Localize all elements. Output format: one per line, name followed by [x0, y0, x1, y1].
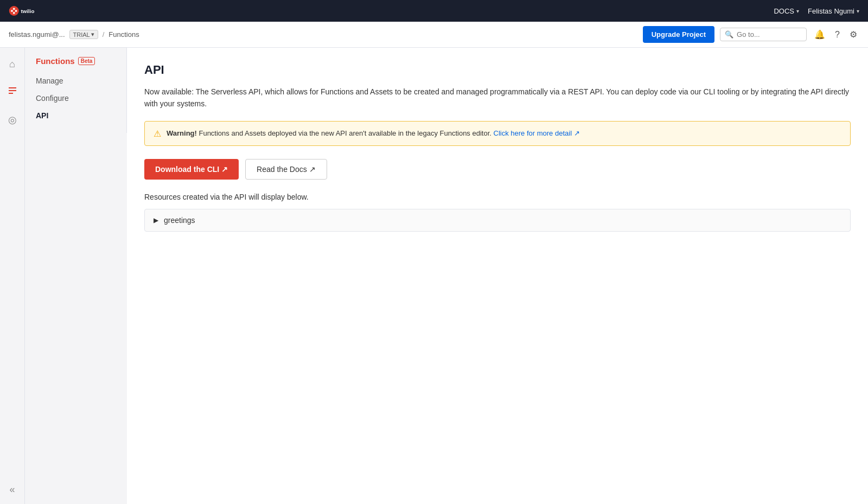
- top-nav-left: twilio: [9, 5, 41, 16]
- settings-icon: ⚙: [850, 30, 857, 39]
- help-icon: ?: [835, 30, 840, 39]
- warning-link[interactable]: Click here for more detail ↗: [494, 129, 580, 137]
- svg-text:twilio: twilio: [21, 8, 35, 14]
- circle-icon: ◎: [8, 114, 17, 125]
- breadcrumb-functions: Functions: [108, 30, 139, 39]
- home-icon: ⌂: [9, 59, 15, 69]
- warning-icon: ⚠: [154, 129, 161, 139]
- sidebar-item-configure[interactable]: Configure: [25, 90, 126, 107]
- warning-bold: Warning!: [167, 129, 197, 137]
- icon-sidebar-bottom: «: [7, 482, 17, 497]
- search-box[interactable]: 🔍: [720, 28, 807, 41]
- breadcrumb-separator: /: [103, 30, 105, 39]
- search-icon: 🔍: [725, 30, 733, 39]
- twilio-logo: twilio: [9, 5, 41, 16]
- left-nav-title: Functions Beta: [25, 56, 126, 72]
- user-chevron-icon: ▾: [857, 8, 859, 14]
- svg-point-2: [13, 12, 15, 14]
- upgrade-project-button[interactable]: Upgrade Project: [643, 26, 714, 43]
- functions-sidebar-button[interactable]: [5, 83, 20, 101]
- trial-label: TRIAL: [73, 31, 90, 38]
- sidebar-item-manage[interactable]: Manage: [25, 72, 126, 90]
- svg-point-4: [15, 10, 17, 12]
- search-input[interactable]: [737, 30, 791, 39]
- expand-icon[interactable]: ▶: [154, 216, 158, 224]
- home-sidebar-button[interactable]: ⌂: [7, 56, 17, 72]
- left-nav-wrapper: Functions Beta Manage Configure API: [25, 48, 127, 504]
- read-docs-button[interactable]: Read the Docs ↗: [245, 159, 327, 180]
- beta-badge: Beta: [78, 57, 95, 65]
- circle-sidebar-button[interactable]: ◎: [6, 112, 19, 128]
- docs-chevron-icon: ▾: [796, 8, 799, 14]
- trial-badge[interactable]: TRIAL ▾: [69, 30, 98, 39]
- top-nav-right: DOCS ▾ Felistas Ngumi ▾: [774, 7, 859, 15]
- warning-box: ⚠ Warning! Functions and Assets deployed…: [144, 121, 851, 146]
- main-layout: ⌂ ◎ « Functions Beta Manage: [0, 48, 868, 504]
- notification-button[interactable]: 🔔: [812, 27, 827, 42]
- description-text: Now available: The Serverless API, which…: [144, 86, 851, 110]
- resources-description: Resources created via the API will displ…: [144, 193, 851, 201]
- help-button[interactable]: ?: [833, 28, 842, 42]
- svg-point-0: [9, 6, 19, 16]
- account-name: felistas.ngumi@...: [9, 30, 65, 39]
- buttons-row: Download the CLI ↗ Read the Docs ↗: [144, 159, 851, 180]
- sub-nav: felistas.ngumi@... TRIAL ▾ / Functions U…: [0, 22, 868, 48]
- top-nav: twilio DOCS ▾ Felistas Ngumi ▾: [0, 0, 868, 22]
- left-nav: Functions Beta Manage Configure API: [25, 48, 127, 133]
- collapse-icon: «: [9, 484, 15, 495]
- download-cli-button[interactable]: Download the CLI ↗: [144, 159, 239, 180]
- warning-text-content: Warning! Functions and Assets deployed v…: [167, 128, 580, 139]
- icon-sidebar: ⌂ ◎ «: [0, 48, 25, 504]
- user-name-label: Felistas Ngumi: [808, 7, 854, 15]
- notification-icon: 🔔: [814, 30, 825, 39]
- resource-name: greetings: [164, 216, 195, 225]
- content-area: API Now available: The Serverless API, w…: [127, 48, 868, 504]
- warning-body: Functions and Assets deployed via the ne…: [199, 129, 491, 137]
- resource-item-greetings[interactable]: ▶ greetings: [144, 209, 851, 232]
- sub-nav-right: Upgrade Project 🔍 🔔 ? ⚙: [643, 26, 859, 43]
- functions-title: Functions: [36, 56, 75, 66]
- user-menu-button[interactable]: Felistas Ngumi ▾: [808, 7, 859, 15]
- collapse-icon-button[interactable]: «: [7, 482, 17, 497]
- docs-button[interactable]: DOCS ▾: [774, 7, 799, 15]
- sidebar-item-api[interactable]: API: [25, 107, 126, 124]
- docs-label: DOCS: [774, 7, 794, 15]
- svg-point-1: [13, 8, 15, 10]
- page-title: API: [144, 63, 851, 77]
- svg-point-3: [11, 10, 13, 12]
- trial-chevron-icon: ▾: [91, 31, 94, 38]
- sub-nav-left: felistas.ngumi@... TRIAL ▾ / Functions: [9, 30, 144, 39]
- settings-button[interactable]: ⚙: [847, 27, 859, 42]
- functions-icon: [7, 87, 18, 98]
